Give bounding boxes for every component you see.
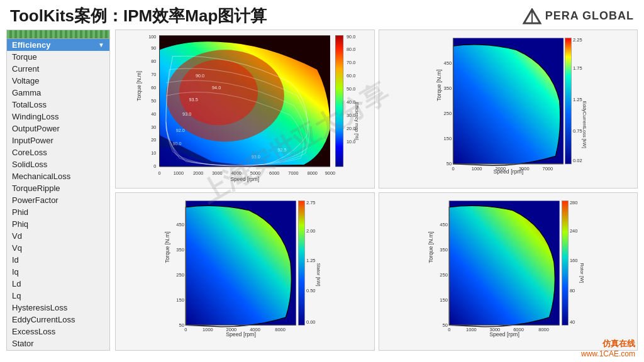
logo-icon: [523, 8, 541, 25]
sidebar-item-gamma[interactable]: Gamma: [7, 87, 109, 99]
svg-text:70: 70: [151, 72, 156, 77]
sidebar-item-totalloss[interactable]: TotalLoss: [7, 99, 109, 111]
bottom-left-chart-svg: Speed [rpm] Torque [N.m] 0 1000 2000 400…: [116, 193, 374, 351]
svg-text:0: 0: [452, 166, 454, 172]
svg-text:Stator [kW]: Stator [kW]: [316, 263, 321, 286]
sidebar-item-solidloss[interactable]: SolidLoss: [7, 158, 109, 170]
sidebar-item-lq[interactable]: Lq: [7, 290, 109, 302]
svg-text:0: 0: [184, 327, 187, 332]
sidebar-item-ld[interactable]: Ld: [7, 278, 109, 290]
svg-text:1000: 1000: [471, 166, 482, 172]
svg-text:450: 450: [176, 221, 184, 227]
svg-text:60.0: 60.0: [347, 73, 355, 79]
sidebar-item-torqueripple[interactable]: TorqueRipple: [7, 182, 109, 194]
svg-text:0: 0: [448, 327, 450, 332]
svg-text:0: 0: [158, 170, 161, 176]
sidebar-item-iq[interactable]: Iq: [7, 266, 109, 278]
svg-text:150: 150: [443, 136, 452, 141]
svg-text:350: 350: [176, 246, 184, 252]
svg-text:Torque [N.m]: Torque [N.m]: [164, 231, 170, 263]
sidebar-item-stator[interactable]: Stator: [7, 337, 109, 349]
svg-text:94.0: 94.0: [212, 85, 221, 90]
svg-text:0.50: 0.50: [306, 287, 316, 293]
sidebar-pattern-top: [7, 30, 109, 39]
svg-text:3000: 3000: [212, 170, 222, 176]
svg-text:250: 250: [443, 111, 452, 116]
svg-text:50.0: 50.0: [347, 86, 355, 92]
sidebar-item-windingloss[interactable]: WindingLoss: [7, 111, 109, 123]
header: ToolKits案例：IPM效率Map图计算 PERA GLOBAL: [0, 0, 644, 30]
svg-rect-39: [335, 35, 343, 167]
svg-text:EddyCurrentLoss [kW]: EddyCurrentLoss [kW]: [582, 101, 587, 148]
svg-text:1000: 1000: [466, 327, 477, 332]
svg-text:3000: 3000: [489, 327, 500, 332]
svg-text:250: 250: [440, 272, 448, 277]
main-layout: EfficiencyTorqueCurrentVoltageGammaTotal…: [0, 30, 644, 357]
sidebar-item-eddycurrentloss[interactable]: EddyCurrentLoss: [7, 314, 109, 326]
sidebar-item-powerfactor[interactable]: PowerFactor: [7, 194, 109, 206]
top-right-chart: Speed [rpm] Torque [N.m] 0 1000 2000 300…: [379, 30, 638, 189]
svg-text:10: 10: [151, 150, 156, 156]
svg-rect-91: [298, 200, 304, 325]
sidebar-item-rotor[interactable]: Rotor: [7, 349, 109, 351]
svg-text:92.5: 92.5: [277, 147, 286, 153]
sidebar-item-vd[interactable]: Vd: [7, 230, 109, 242]
main-chart: 90.0 94.0 93.5 93.0 92.0 90.0 93.0 92.5 …: [115, 30, 375, 189]
svg-text:0: 0: [153, 163, 156, 169]
sidebar-item-vq[interactable]: Vq: [7, 242, 109, 254]
svg-text:250: 250: [176, 272, 184, 277]
svg-text:Torque [N.m]: Torque [N.m]: [435, 70, 441, 101]
sidebar-item-torque[interactable]: Torque: [7, 51, 109, 63]
svg-text:2.25: 2.25: [572, 37, 582, 43]
sidebar-item-inputpower[interactable]: InputPower: [7, 134, 109, 146]
sidebar-item-mechanicalloss[interactable]: MechanicalLoss: [7, 170, 109, 182]
footer-line1: 仿真在线: [581, 338, 635, 349]
sidebar-item-outputpower[interactable]: OutputPower: [7, 123, 109, 134]
page-title: ToolKits案例：IPM效率Map图计算: [10, 5, 267, 27]
svg-text:1.25: 1.25: [572, 97, 582, 102]
svg-text:450: 450: [443, 60, 452, 66]
svg-text:5000: 5000: [250, 170, 260, 176]
sidebar-item-excessloss[interactable]: ExcessLoss: [7, 326, 109, 337]
footer: 仿真在线 www.1CAE.com: [581, 338, 635, 358]
top-right-chart-svg: Speed [rpm] Torque [N.m] 0 1000 2000 300…: [379, 30, 638, 188]
svg-text:50: 50: [179, 322, 184, 327]
svg-text:Speed [rpm]: Speed [rpm]: [231, 176, 259, 182]
charts-area: 90.0 94.0 93.5 93.0 92.0 90.0 93.0 92.5 …: [115, 30, 638, 351]
sidebar-item-efficiency[interactable]: Efficiency: [7, 39, 109, 51]
svg-text:2000: 2000: [226, 327, 237, 332]
svg-text:40: 40: [569, 319, 574, 324]
svg-text:350: 350: [443, 85, 452, 91]
svg-text:240: 240: [569, 228, 577, 233]
svg-text:9000: 9000: [325, 170, 335, 176]
svg-text:150: 150: [440, 297, 448, 302]
sidebar-item-phiq[interactable]: Phiq: [7, 218, 109, 230]
sidebar-item-hysteresisloss[interactable]: HysteresisLoss: [7, 302, 109, 314]
svg-text:2000: 2000: [495, 166, 506, 172]
svg-text:Torque [N.m]: Torque [N.m]: [428, 231, 434, 263]
sidebar-item-current[interactable]: Current: [7, 63, 109, 75]
svg-text:Torque [N.m]: Torque [N.m]: [136, 71, 142, 101]
svg-text:Efficiency map [%]: Efficiency map [%]: [354, 102, 360, 140]
svg-text:7000: 7000: [542, 166, 553, 172]
svg-text:450: 450: [440, 221, 448, 227]
sidebar-item-coreloss[interactable]: CoreLoss: [7, 146, 109, 158]
svg-text:90.0: 90.0: [347, 34, 355, 40]
svg-text:80: 80: [151, 58, 156, 64]
svg-text:7000: 7000: [288, 170, 298, 176]
svg-text:90.0: 90.0: [172, 141, 181, 146]
bottom-left-chart: Speed [rpm] Torque [N.m] 0 1000 2000 400…: [115, 192, 375, 351]
bottom-right-chart-svg: Speed [rpm] Torque [N.m] 0 1000 3000 600…: [379, 193, 638, 351]
sidebar[interactable]: EfficiencyTorqueCurrentVoltageGammaTotal…: [6, 30, 110, 351]
svg-text:2.00: 2.00: [306, 228, 316, 233]
svg-text:4000: 4000: [231, 170, 242, 176]
svg-text:93.0: 93.0: [252, 154, 260, 160]
svg-text:1000: 1000: [203, 327, 213, 332]
svg-text:150: 150: [176, 297, 184, 302]
sidebar-item-phid[interactable]: Phid: [7, 206, 109, 218]
logo-area: PERA GLOBAL: [523, 8, 634, 25]
sidebar-item-voltage[interactable]: Voltage: [7, 75, 109, 87]
sidebar-item-id[interactable]: Id: [7, 254, 109, 266]
svg-text:6000: 6000: [513, 327, 524, 332]
svg-text:40: 40: [151, 111, 156, 117]
